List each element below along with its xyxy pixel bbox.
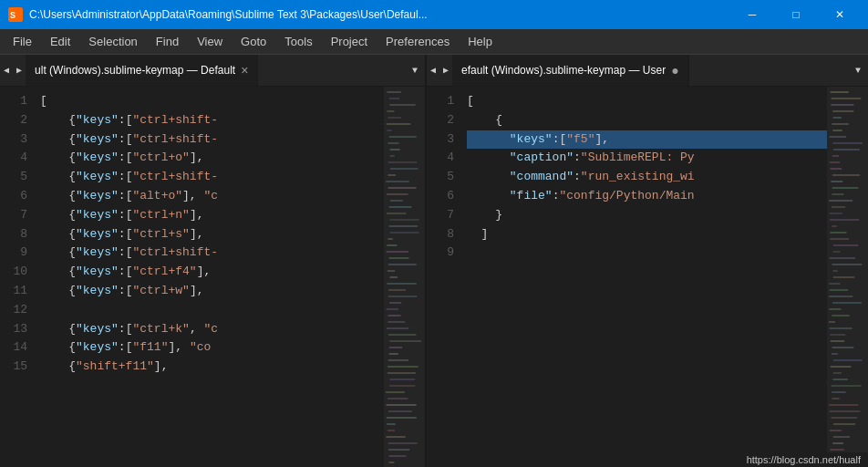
minimap-right [827,87,868,452]
code-line: { "keys": ["ctrl+o"], [40,149,384,168]
code-line: "command": "run_existing_wi [467,168,827,187]
code-content-right: 12345 6789 [ { "keys":["f5"], "caption":… [427,87,868,452]
code-line: { "keys": ["ctrl+shift- [40,130,384,150]
app-icon: S [7,6,24,23]
tab-bar-left: ◀ ▶ ult (Windows).sublime-keymap — Defau… [0,55,425,87]
window-title: C:\Users\Administrator\AppData\Roaming\S… [29,8,724,21]
tab-close-button[interactable]: × [241,64,248,77]
code-line [467,244,827,263]
tab-user-keymap[interactable]: efault (Windows).sublime-keymap — User ● [452,55,689,86]
code-line: { "keys": ["ctrl+w"], [40,282,384,301]
svg-text:S: S [10,11,16,21]
menu-item-tools[interactable]: Tools [275,31,321,52]
tab-bar-right: ◀ ▶ efault (Windows).sublime-keymap — Us… [427,55,868,87]
code-line: { "keys": ["ctrl+shift- [40,244,384,263]
code-line: } [467,206,827,225]
code-content-left: 12345 678910 1112131415 [ { "keys": ["ct… [0,87,425,467]
editor-pane-right: ◀ ▶ efault (Windows).sublime-keymap — Us… [427,55,868,467]
code-lines-right: [ { "keys":["f5"], "caption": "SublimeRE… [463,87,827,452]
url-bar: https://blog.csdn.net/hualf [427,452,868,467]
tab-scroll-left[interactable]: ◀ [0,55,13,86]
line-numbers-right: 12345 6789 [427,87,463,452]
tab-scroll-right[interactable]: ▶ [13,55,26,86]
code-line: { "keys": ["ctrl+shift- [40,168,384,187]
menu-item-goto[interactable]: Goto [232,31,275,52]
tab-dropdown-right[interactable]: ▼ [848,55,868,86]
code-line: { "keys": ["ctrl+f4"], [40,263,384,282]
menu-item-help[interactable]: Help [459,31,501,52]
menu-item-preferences[interactable]: Preferences [377,31,459,52]
editor-pane-left: ◀ ▶ ult (Windows).sublime-keymap — Defau… [0,55,427,467]
minimap-left [384,87,425,467]
minimap-canvas-left [384,87,425,467]
code-line-selected: "keys":["f5"], [467,130,827,150]
code-line: { "keys": ["ctrl+k", "c [40,320,384,339]
code-line: { "keys": ["ctrl+s"], [40,225,384,244]
minimap-canvas-right [827,87,868,452]
close-button[interactable]: ✕ [819,0,861,29]
menu-item-edit[interactable]: Edit [41,31,79,52]
code-lines-left: [ { "keys": ["ctrl+shift- { "keys": ["ct… [36,87,384,467]
title-bar: S C:\Users\Administrator\AppData\Roaming… [0,0,868,29]
code-line: { "keys": ["f11"], "co [40,338,384,358]
maximize-button[interactable]: □ [775,0,817,29]
minimize-button[interactable]: ─ [731,0,773,29]
menu-bar: FileEditSelectionFindViewGotoToolsProjec… [0,29,868,55]
tab-scroll-right-right[interactable]: ▶ [439,55,452,86]
code-line: { [467,111,827,130]
menu-item-file[interactable]: File [4,31,41,52]
line-numbers-left: 12345 678910 1112131415 [0,87,36,467]
editor-area: ◀ ▶ ult (Windows).sublime-keymap — Defau… [0,55,868,467]
tab-dot[interactable]: ● [671,64,678,77]
menu-item-find[interactable]: Find [147,31,188,52]
code-line: { "keys": ["ctrl+n"], [40,206,384,225]
code-line: "caption": "SublimeREPL: Py [467,149,827,168]
tab-label: ult (Windows).sublime-keymap — Default [35,64,235,77]
code-line: [ [40,92,384,111]
menu-item-selection[interactable]: Selection [79,31,146,52]
code-line: "file": "config/Python/Main [467,187,827,206]
code-line [40,301,384,320]
code-line: { "keys": ["alt+o"], "c [40,187,384,206]
window-controls: ─ □ ✕ [731,0,861,29]
tab-dropdown-left[interactable]: ▼ [405,55,425,86]
menu-item-project[interactable]: Project [322,31,377,52]
code-line: { "keys": ["ctrl+shift- [40,111,384,130]
tab-default-keymap[interactable]: ult (Windows).sublime-keymap — Default × [26,55,258,86]
tab-scroll-left-right[interactable]: ◀ [427,55,439,86]
code-line: ] [467,225,827,244]
code-line: { "shift+f11"], [40,358,384,377]
code-line: [ [467,92,827,111]
menu-item-view[interactable]: View [188,31,232,52]
tab-label-right: efault (Windows).sublime-keymap — User [461,64,666,77]
